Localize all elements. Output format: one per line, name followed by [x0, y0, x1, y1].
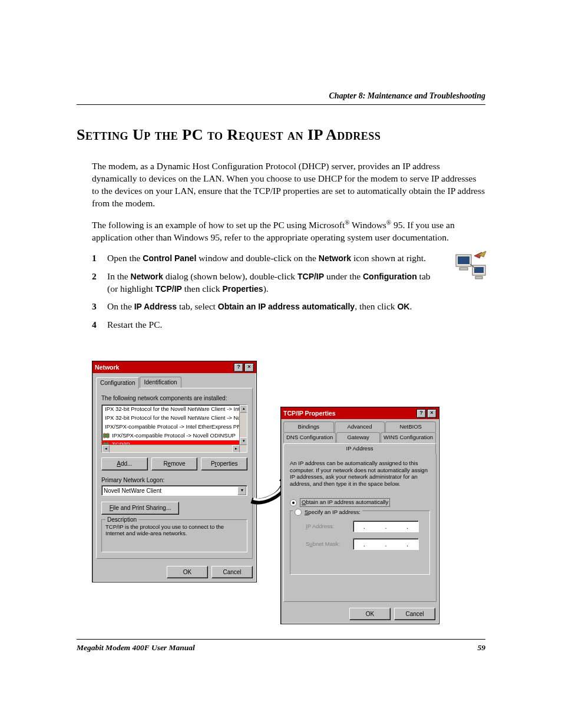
tab-panel: The following network components are ins… [96, 388, 253, 559]
step-3: 3 On the IP Address tab, select Obtain a… [92, 301, 485, 313]
dialog-buttons: OK Cancel [281, 604, 439, 624]
close-icon[interactable]: × [427, 409, 437, 418]
components-listbox[interactable]: IPX 32-bit Protocol for the Novell NetWa… [101, 404, 247, 453]
cancel-button[interactable]: Cancel [211, 566, 253, 579]
ok-button[interactable]: OK [349, 608, 391, 621]
paragraph-2: The following is an example of how to se… [92, 218, 485, 244]
ok-button[interactable]: OK [167, 566, 208, 579]
fieldset-legend: Description [105, 516, 138, 524]
tab-gateway[interactable]: Gateway [336, 432, 380, 443]
bold-text: TCP/IP [297, 272, 324, 281]
step-body: In the Network dialog (shown below), dou… [107, 271, 485, 295]
tab-dns-configuration[interactable]: DNS Configuration [283, 432, 336, 443]
radio-specify[interactable]: Specify an IP address: [293, 509, 362, 516]
tab-wins-configuration[interactable]: WINS Configuration [381, 432, 436, 443]
tab-advanced[interactable]: Advanced [335, 421, 385, 432]
list-item[interactable]: IPX 32-bit Protocol for the Novell NetWa… [102, 414, 247, 423]
file-print-sharing-button[interactable]: File and Print Sharing... [101, 502, 179, 515]
bold-text: Network [319, 253, 351, 263]
text: Windows [349, 220, 386, 230]
step-1: 1 Open the Control Panel window and doub… [92, 252, 485, 265]
list-item-label: IPX 32-bit Protocol for the Novell NetWa… [105, 406, 247, 413]
step-number: 3 [92, 301, 107, 313]
section-heading: Setting Up the PC to Request an IP Addre… [77, 126, 485, 144]
dialog-title: TCP/IP Properties [283, 409, 336, 417]
ip-address-row: IP Address: ... [306, 521, 426, 532]
svg-rect-4 [474, 267, 484, 273]
text: . [409, 301, 412, 311]
dialogs-area: Network ? × Configuration Identification… [92, 361, 485, 608]
logon-label: Primary Network Logon: [101, 476, 247, 485]
components-label: The following network components are ins… [101, 394, 247, 403]
subnet-mask-label: Subnet Mask: [306, 541, 353, 548]
title-bar[interactable]: TCP/IP Properties ? × [281, 407, 439, 419]
tab-identification[interactable]: Identification [140, 377, 181, 388]
text: icon shown at right. [351, 253, 426, 263]
chapter-header: Chapter 8: Maintenance and Troubleshooti… [77, 91, 485, 105]
bold-text: Control Panel [143, 253, 196, 263]
manual-title: Megabit Modem 400F User Manual [77, 643, 195, 653]
step-4: 4 Restart the PC. [92, 319, 485, 331]
section-content: The modem, as a Dynamic Host Configurati… [77, 160, 485, 608]
paragraph-1: The modem, as a Dynamic Host Configurati… [92, 160, 485, 210]
scrollbar-horizontal[interactable]: ◂ ▸ [102, 444, 247, 452]
page-footer: Megabit Modem 400F User Manual 59 [77, 639, 485, 653]
tab-configuration[interactable]: Configuration [96, 377, 139, 388]
step-number: 1 [92, 252, 107, 265]
tab-ip-address[interactable]: IP Address [283, 443, 436, 454]
tabs-row-2: DNS Configuration Gateway WINS Configura… [281, 432, 439, 453]
logon-dropdown[interactable]: Novell NetWare Client [101, 485, 247, 496]
help-icon[interactable]: ? [234, 363, 243, 372]
bold-text: Configuration [363, 272, 417, 281]
description-fieldset: Description TCP/IP is the protocol you u… [101, 519, 247, 552]
radio-obtain-auto[interactable]: Obtain an IP address automatically [290, 498, 430, 507]
properties-button[interactable]: Properties [201, 457, 247, 470]
list-item[interactable]: IPX/SPX-compatible Protocol -> Novell OD… [102, 431, 247, 440]
text: The following is an example of how to se… [92, 220, 345, 230]
scroll-up-icon[interactable]: ▴ [240, 405, 247, 413]
radio-label: Obtain an IP address automatically [300, 498, 390, 507]
description-text: TCP/IP is the protocol you use to connec… [105, 523, 243, 537]
text: dialog (shown below), double-click [163, 271, 297, 281]
tcpip-properties-dialog: TCP/IP Properties ? × Bindings Advanced … [280, 407, 439, 624]
step-number: 2 [92, 271, 107, 295]
network-dialog: Network ? × Configuration Identification… [92, 361, 257, 582]
text: tab, select [177, 301, 218, 311]
bold-text: IP Address [134, 302, 177, 311]
list-item-label: IPX 32-bit Protocol for the Novell NetWa… [105, 414, 247, 422]
subnet-mask-input[interactable]: ... [353, 538, 419, 550]
scroll-right-icon[interactable]: ▸ [232, 445, 240, 453]
specify-fieldset: Specify an IP address: IP Address: ... S… [290, 510, 430, 575]
tab-bindings[interactable]: Bindings [283, 421, 334, 432]
subnet-mask-row: Subnet Mask: ... [306, 538, 426, 550]
svg-rect-1 [458, 256, 470, 264]
page-number: 59 [478, 643, 486, 653]
scrollbar-vertical[interactable]: ▴ ▾ [239, 405, 247, 445]
tab-netbios[interactable]: NetBIOS [385, 421, 436, 432]
cancel-button[interactable]: Cancel [394, 608, 435, 621]
tabs-row: Configuration Identification [92, 373, 256, 388]
add-button[interactable]: AAdd...dd... [101, 457, 148, 470]
registered-mark: ® [386, 219, 391, 226]
list-item-label: IPX/SPX-compatible Protocol -> Intel Eth… [105, 423, 247, 431]
radio-icon [290, 499, 297, 506]
svg-rect-5 [475, 276, 482, 279]
help-icon[interactable]: ? [416, 409, 426, 418]
list-item[interactable]: IPX/SPX-compatible Protocol -> Intel Eth… [102, 423, 247, 431]
bold-text: TCP/IP [156, 284, 182, 294]
text: under the [324, 271, 363, 281]
title-bar[interactable]: Network ? × [92, 361, 256, 373]
ip-address-label: IP Address: [306, 523, 353, 531]
text: , then click [355, 301, 397, 311]
close-icon[interactable]: × [244, 363, 254, 372]
step-body: Restart the PC. [107, 319, 485, 331]
steps-list: 1 Open the Control Panel window and doub… [92, 252, 485, 332]
remove-button[interactable]: Remove [151, 457, 198, 470]
ip-address-input[interactable]: ... [353, 521, 419, 532]
text: In the [107, 271, 131, 281]
step-body: On the IP Address tab, select Obtain an … [107, 301, 485, 313]
step-body: Open the Control Panel window and double… [107, 252, 485, 265]
scroll-left-icon[interactable]: ◂ [102, 445, 110, 453]
button-row: AAdd...dd... Remove Properties [101, 457, 247, 470]
list-item[interactable]: IPX 32-bit Protocol for the Novell NetWa… [102, 405, 247, 414]
